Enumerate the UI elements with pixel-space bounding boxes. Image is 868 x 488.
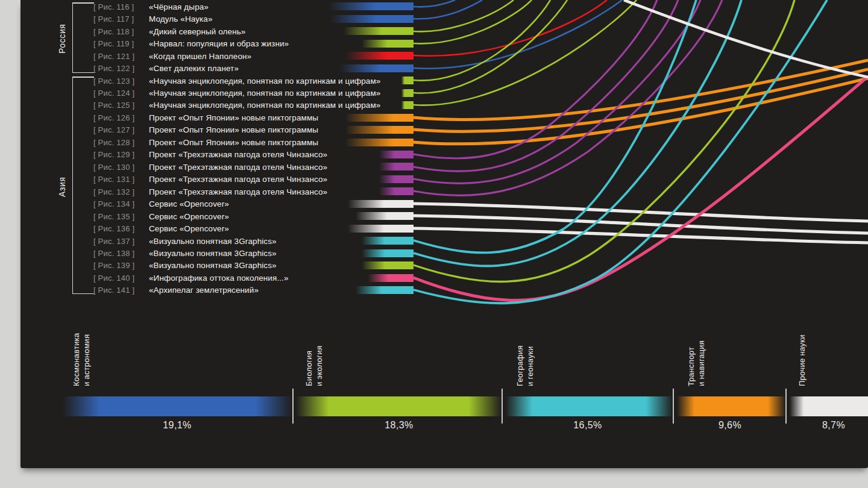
- category-divider: [785, 389, 787, 424]
- figure-bar: [345, 52, 414, 60]
- figure-bar: [362, 40, 414, 48]
- category-percent: 19,1%: [141, 420, 213, 431]
- figure-title: «Когда пришел Наполеон»: [149, 52, 251, 61]
- figure-row: [ Рис. 117 ]Модуль «Наука»: [20, 13, 868, 25]
- figure-ref: [ Рис. 126 ]: [93, 113, 145, 122]
- figure-title: «Визуально понятная 3Graphics»: [149, 237, 277, 246]
- figure-ref: [ Рис. 140 ]: [93, 274, 145, 283]
- category-label-line: и геонауки: [525, 345, 535, 386]
- figure-ref: [ Рис. 141 ]: [93, 286, 145, 295]
- figure-ref: [ Рис. 118 ]: [93, 27, 145, 36]
- figure-bar: [379, 175, 414, 183]
- figure-ref: [ Рис. 128 ]: [93, 138, 145, 147]
- figure-row: [ Рис. 134 ]Сервис «Opencover»: [20, 198, 868, 210]
- infographic-poster: Россия Азия [ Рис. 116 ]«Чёрная дыра»[ Р…: [20, 0, 868, 468]
- figure-ref: [ Рис. 131 ]: [93, 175, 145, 184]
- figure-row: [ Рис. 141 ]«Архипелаг землетрясений»: [20, 284, 868, 296]
- figure-ref: [ Рис. 134 ]: [93, 199, 145, 208]
- figure-title: Проект «Опыт Японии» новые пиктограммы: [149, 138, 318, 147]
- figure-title: Сервис «Opencover»: [149, 224, 229, 233]
- figure-ref: [ Рис. 121 ]: [93, 52, 145, 61]
- category-bar: [677, 396, 785, 416]
- figure-ref: [ Рис. 137 ]: [93, 237, 145, 246]
- figure-bar: [362, 249, 414, 257]
- figure-bar: [379, 163, 414, 170]
- figure-title: Проект «Трехэтажная пагода отеля Чинзанс…: [149, 187, 327, 196]
- figure-title: Модуль «Наука»: [149, 14, 213, 23]
- figure-row: [ Рис. 140 ]«Инфографика оттока поколени…: [20, 272, 868, 284]
- figure-title: Проект «Трехэтажная пагода отеля Чинзанс…: [149, 175, 327, 184]
- figure-row: [ Рис. 124 ]«Научная энциклопедия, понят…: [20, 87, 868, 99]
- figure-row: [ Рис. 127 ]Проект «Опыт Японии» новые п…: [20, 124, 868, 136]
- figure-bar: [401, 101, 414, 109]
- figure-bar: [379, 187, 414, 195]
- category-percent: 8,7%: [797, 420, 868, 431]
- category-divider: [673, 389, 674, 424]
- figure-title: «Визуально понятная 3Graphics»: [149, 261, 277, 270]
- figure-ref: [ Рис. 135 ]: [93, 212, 145, 221]
- category-divider: [502, 389, 503, 424]
- category-label: Географияи геонауки: [515, 345, 535, 386]
- category-percent: 9,6%: [694, 420, 766, 431]
- figure-title: Сервис «Opencover»: [149, 212, 229, 221]
- category-label: Биологияи экология: [304, 346, 324, 386]
- figure-ref: [ Рис. 130 ]: [93, 163, 145, 172]
- figure-row: [ Рис. 122 ]«Свет далеких планет»: [20, 62, 868, 75]
- figure-bar: [329, 2, 414, 10]
- figure-ref: [ Рис. 116 ]: [93, 2, 145, 11]
- figure-bar: [379, 151, 414, 158]
- figure-row: [ Рис. 136 ]Сервис «Opencover»: [20, 222, 868, 235]
- figure-title: «Чёрная дыра»: [149, 2, 209, 11]
- category-bar: [506, 396, 673, 416]
- figure-row: [ Рис. 138 ]«Визуально понятная 3Graphic…: [20, 247, 868, 260]
- category-label: Транспорти навигация: [686, 340, 706, 386]
- figure-ref: [ Рис. 132 ]: [93, 187, 145, 196]
- figure-row: [ Рис. 123 ]«Научная энциклопедия, понят…: [20, 75, 868, 87]
- figure-ref: [ Рис. 139 ]: [93, 261, 145, 270]
- figure-title: «Научная энциклопедия, понятная по карти…: [149, 101, 380, 110]
- category-label-line: Транспорт: [686, 340, 696, 386]
- page: { "palette": { "blue": "#3464b5", "lime"…: [0, 0, 868, 488]
- figure-title: «Инфографика оттока поколения...»: [149, 274, 289, 283]
- figure-bar: [362, 237, 414, 245]
- figure-row: [ Рис. 129 ]Проект «Трехэтажная пагода о…: [20, 148, 868, 161]
- category-bar: [296, 396, 502, 416]
- figure-title: «Научная энциклопедия, понятная по карти…: [149, 89, 380, 98]
- figure-bar: [339, 64, 414, 72]
- category-label: Космонавтикаи астрономия: [71, 333, 92, 386]
- figure-title: Сервис «Opencover»: [149, 199, 229, 208]
- figure-title: «Научная энциклопедия, понятная по карти…: [149, 77, 380, 86]
- figure-row: [ Рис. 135 ]Сервис «Opencover»: [20, 210, 868, 223]
- category-label-line: и экология: [314, 346, 324, 386]
- figure-bar: [345, 139, 414, 146]
- figure-bar: [356, 286, 414, 294]
- figure-bar: [401, 77, 414, 84]
- figure-title: «Дикий северный олень»: [149, 27, 245, 36]
- figure-row: [ Рис. 116 ]«Чёрная дыра»: [20, 1, 868, 13]
- figure-title: Проект «Трехэтажная пагода отеля Чинзанс…: [149, 150, 327, 159]
- figure-ref: [ Рис. 119 ]: [93, 39, 145, 48]
- category-percent: 16,5%: [552, 420, 624, 431]
- figure-ref: [ Рис. 138 ]: [93, 249, 145, 258]
- figure-ref: [ Рис. 123 ]: [93, 77, 145, 86]
- figure-bar: [348, 225, 414, 233]
- figure-bar: [401, 89, 414, 97]
- category-label-line: География: [515, 345, 525, 386]
- figure-title: «Свет далеких планет»: [149, 64, 239, 73]
- figure-row: [ Рис. 118 ]«Дикий северный олень»: [20, 25, 868, 38]
- figure-ref: [ Рис. 122 ]: [93, 64, 145, 73]
- figure-row: [ Рис. 121 ]«Когда пришел Наполеон»: [20, 50, 868, 63]
- category-percent: 18,3%: [363, 420, 435, 431]
- figure-title: «Визуально понятная 3Graphics»: [149, 249, 277, 258]
- figure-row: [ Рис. 126 ]Проект «Опыт Японии» новые п…: [20, 111, 868, 124]
- category-bar: [790, 396, 868, 416]
- figure-bar: [368, 274, 414, 282]
- category-label-line: и навигация: [696, 340, 706, 386]
- figure-row: [ Рис. 139 ]«Визуально понятная 3Graphic…: [20, 259, 868, 272]
- category-label-line: Биология: [304, 346, 314, 386]
- figure-bar: [348, 200, 414, 208]
- figure-ref: [ Рис. 129 ]: [93, 150, 145, 159]
- figure-bar: [330, 15, 414, 23]
- figure-row: [ Рис. 131 ]Проект «Трехэтажная пагода о…: [20, 173, 868, 186]
- figure-title: Проект «Опыт Японии» новые пиктограммы: [149, 125, 318, 134]
